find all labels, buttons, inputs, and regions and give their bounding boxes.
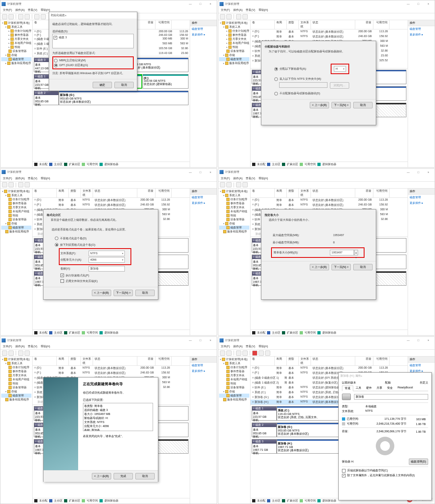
menu-file[interactable]: 文件(F): [3, 8, 12, 12]
volume-properties-dialog: 新加卷 (H:) 属性× 以前的版本 配额 自定义 常规 工具 硬件 共享 安全…: [338, 372, 432, 500]
close-button[interactable]: ×: [205, 1, 215, 7]
radio-no-letter[interactable]: 不分配驱动器号或驱动器路径(D): [274, 91, 373, 96]
tool-back-icon[interactable]: [2, 14, 7, 19]
menu-action[interactable]: 操作(A): [15, 8, 25, 12]
tool-a-icon[interactable]: [34, 14, 39, 19]
spin-down-icon[interactable]: ▼: [354, 255, 358, 260]
action-disk-mgmt[interactable]: 磁盘管理: [190, 26, 217, 32]
radio-assign-letter[interactable]: 分配以下驱动器号(A):: [274, 66, 307, 71]
tab-readyboost[interactable]: ReadyBoost: [395, 386, 415, 391]
tool-fwd-icon[interactable]: [8, 14, 14, 19]
size-dialog: 指定卷大小 选择介于最大和最小值的卷大小。 最大磁盘空间量(MB):195349…: [261, 209, 376, 300]
tab-custom[interactable]: 自定义: [420, 381, 428, 385]
nav-tree[interactable]: ▾计算机管理(本地) ▾系统工具 ▸任务计划程序 ▸事件查看器 ▸共享文件夹 ▸…: [0, 20, 33, 167]
tab-prev[interactable]: 以前的版本: [342, 381, 356, 385]
tab-tools[interactable]: 工具: [353, 386, 364, 391]
cancel-button[interactable]: 取消: [135, 473, 155, 479]
back-button[interactable]: < 上一步(B): [92, 473, 111, 479]
tool-b-icon[interactable]: [41, 14, 46, 19]
index-checkbox[interactable]: 除了文件属性外，还允许索引此驱动器上文件的内容(I): [342, 473, 428, 477]
disk3-checkbox[interactable]: [54, 36, 57, 39]
min-button[interactable]: —: [185, 1, 195, 7]
drive-letter-select[interactable]: H: [334, 66, 346, 72]
tab-security[interactable]: 安全: [385, 386, 395, 391]
drive-letter-dialog: 分配驱动器号和路径 为了便于访问，可以给磁盘分区分配驱动器号或驱动器路径。 分配…: [261, 41, 376, 125]
size-highlight: 简单卷大小(MB)(S): 1953497 ▲▼: [271, 247, 365, 258]
compress-checkbox[interactable]: 启用文件和文件夹压缩(E): [60, 279, 155, 284]
radio-no-format[interactable]: 不要格式化这个卷(D): [55, 236, 155, 241]
cleanup-button[interactable]: 磁盘清理(D): [409, 458, 428, 465]
back-button[interactable]: < 上一步(B): [310, 102, 329, 108]
min-size-value: 8: [333, 240, 335, 245]
close-icon[interactable]: ×: [361, 375, 362, 377]
radio-mount-folder[interactable]: 装入以下空白 NTFS 文件夹中(M):: [274, 77, 373, 81]
folder-input: [279, 82, 327, 88]
letter-highlight: H: [331, 64, 349, 74]
volume-name-input[interactable]: 新加卷: [354, 394, 428, 400]
format-opts-highlight: 文件系统(F):NTFS 分配单元大小(A):4096: [59, 248, 131, 265]
completing-dialog: 正在完成新建简单卷向导 你已经成功完成新建简单卷向导。 已选择下列设置: 卷类型…: [43, 377, 158, 482]
radio-gpt[interactable]: GPT (GUID 分区表)(G): [54, 63, 132, 68]
window-title: 计算机管理: [7, 2, 21, 6]
spin-up-icon[interactable]: ▲: [354, 250, 358, 255]
tree-disk-management[interactable]: 磁盘管理: [1, 57, 31, 61]
format-dialog: 格式化分区 要在这个磁盘分区上储存数据，你必须先将其格式化。 选择是否要格式化这…: [43, 209, 158, 300]
next-button[interactable]: 下一页(N) >: [331, 102, 351, 108]
max-size-value: 1953497: [333, 233, 344, 238]
menu-view[interactable]: 查看(V): [28, 8, 37, 12]
quick-format-checkbox[interactable]: 执行快速格式化(P): [60, 273, 155, 278]
radio-mbr[interactable]: MBR(主启动记录)(M): [54, 58, 132, 63]
ok-button[interactable]: 确定: [93, 82, 112, 88]
tab-share[interactable]: 共享: [374, 386, 385, 391]
tool-help-icon[interactable]: [25, 14, 30, 19]
fs-select[interactable]: NTFS: [89, 251, 125, 256]
cancel-button[interactable]: 取消: [353, 102, 373, 108]
action-more[interactable]: 更多操作 ▸: [190, 32, 217, 37]
aus-select[interactable]: 4096: [89, 257, 125, 263]
init-disk-dialog: 初始化磁盘× 磁盘必须经过初始化，逻辑磁盘管理器才能访问。 选择磁盘(S): 磁…: [49, 12, 137, 91]
app-icon: [2, 2, 6, 6]
partition-style-highlight: MBR(主启动记录)(M) GPT (GUID 分区表)(G): [52, 56, 134, 69]
finish-button[interactable]: 完成: [114, 473, 133, 479]
browse-button: 浏览(R)…: [330, 82, 349, 89]
wizard-banner: [44, 377, 78, 470]
cancel-button[interactable]: 取消: [114, 82, 134, 88]
vol-label-input[interactable]: 新加卷: [89, 266, 125, 272]
tool-refresh-icon[interactable]: [18, 14, 23, 19]
size-input[interactable]: 1953497: [330, 250, 354, 255]
drive-icon: [342, 394, 351, 400]
summary-list[interactable]: 卷类型: 简单卷选择的磁盘: 磁盘 3卷大小: 1953497 MB驱动器号或路…: [83, 403, 153, 431]
tab-hardware[interactable]: 硬件: [364, 386, 374, 391]
close-icon[interactable]: ×: [65, 14, 66, 17]
tab-general[interactable]: 常规: [342, 386, 353, 391]
tab-quota[interactable]: 配额: [385, 381, 391, 385]
max-button[interactable]: □: [195, 1, 205, 7]
pie-chart-icon: [376, 437, 394, 455]
compress-checkbox[interactable]: 压缩此驱动器以节约磁盘空间(C): [342, 469, 428, 473]
radio-format[interactable]: 按下列设置格式化这个卷(O):: [55, 243, 155, 247]
